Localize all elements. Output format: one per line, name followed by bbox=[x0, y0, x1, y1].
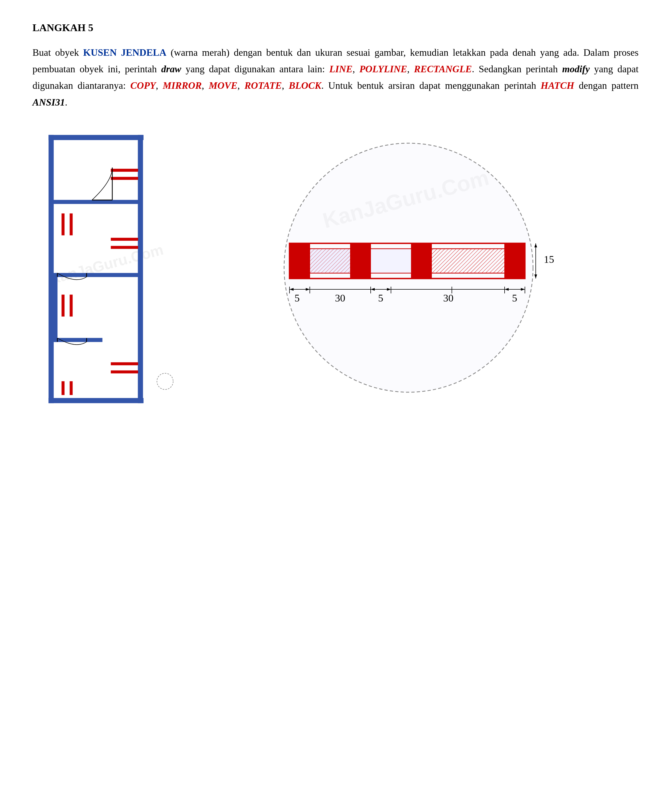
svg-text:5: 5 bbox=[512, 292, 517, 304]
svg-rect-2 bbox=[49, 135, 54, 403]
mirror-text: MIRROR bbox=[163, 80, 202, 91]
svg-rect-12 bbox=[62, 213, 65, 235]
svg-rect-13 bbox=[70, 213, 73, 235]
svg-rect-37 bbox=[411, 243, 431, 278]
svg-rect-18 bbox=[111, 362, 138, 365]
page-heading: LANGKAH 5 bbox=[32, 22, 639, 34]
diagram-area: KanJaGuru.Com bbox=[32, 127, 639, 414]
detail-svg: KanJaGuru.Com bbox=[203, 127, 636, 414]
polyline-text: POLYLINE bbox=[359, 63, 407, 74]
svg-text:KanJaGuru.Com: KanJaGuru.Com bbox=[47, 241, 165, 287]
svg-rect-20 bbox=[62, 381, 65, 395]
svg-rect-3 bbox=[138, 135, 143, 403]
svg-rect-11 bbox=[111, 177, 138, 180]
text-part7: dengan pattern bbox=[574, 80, 639, 91]
modify-text: modify bbox=[562, 63, 590, 74]
svg-text:5: 5 bbox=[295, 292, 300, 304]
detail-container: KanJaGuru.Com bbox=[200, 127, 639, 414]
floor-plan-svg: KanJaGuru.Com bbox=[32, 127, 200, 414]
comma6: , bbox=[282, 80, 289, 91]
comma3: , bbox=[156, 80, 163, 91]
floor-plan-container: KanJaGuru.Com bbox=[32, 127, 200, 414]
svg-rect-7 bbox=[54, 273, 138, 277]
comma4: , bbox=[202, 80, 209, 91]
svg-marker-63 bbox=[534, 243, 537, 247]
svg-marker-64 bbox=[534, 275, 537, 278]
text-part1: Buat obyek bbox=[32, 47, 83, 58]
hatch-text: HATCH bbox=[541, 80, 574, 91]
kusen-jendela-text: KUSEN JENDELA bbox=[83, 47, 166, 58]
move-text: MOVE bbox=[209, 80, 237, 91]
svg-rect-14 bbox=[111, 238, 138, 241]
svg-rect-6 bbox=[54, 200, 138, 204]
svg-rect-35 bbox=[290, 243, 310, 278]
svg-rect-5 bbox=[49, 398, 143, 403]
svg-text:30: 30 bbox=[443, 292, 453, 304]
svg-rect-19 bbox=[111, 370, 138, 373]
svg-text:15: 15 bbox=[544, 254, 554, 265]
svg-rect-4 bbox=[49, 135, 143, 140]
comma1: , bbox=[353, 63, 359, 74]
svg-rect-21 bbox=[70, 381, 73, 395]
description-paragraph: Buat obyek KUSEN JENDELA (warna merah) d… bbox=[32, 44, 639, 111]
svg-rect-9 bbox=[54, 277, 57, 342]
svg-rect-42 bbox=[371, 249, 411, 273]
block-text: BLOCK bbox=[289, 80, 321, 91]
ansi31-text: ANSI31 bbox=[32, 97, 65, 108]
period: . bbox=[65, 97, 67, 108]
draw-text: draw bbox=[161, 63, 181, 74]
text-part6: . Untuk bentuk arsiran dapat menggunakan… bbox=[321, 80, 541, 91]
svg-rect-16 bbox=[62, 295, 65, 316]
svg-text:5: 5 bbox=[378, 292, 383, 304]
rotate-text: ROTATE bbox=[244, 80, 282, 91]
copy-text: COPY bbox=[130, 80, 156, 91]
comma2: , bbox=[407, 63, 414, 74]
text-part3: yang dapat digunakan antara lain: bbox=[181, 63, 329, 74]
svg-rect-15 bbox=[111, 246, 138, 249]
text-part4: . Sedangkan perintah bbox=[472, 63, 562, 74]
comma5: , bbox=[238, 80, 245, 91]
svg-point-28 bbox=[157, 373, 173, 389]
rectangle-text: RECTANGLE bbox=[414, 63, 472, 74]
svg-text:30: 30 bbox=[335, 292, 345, 304]
svg-rect-41 bbox=[310, 249, 350, 273]
svg-rect-36 bbox=[350, 243, 371, 278]
svg-rect-38 bbox=[505, 243, 525, 278]
svg-rect-40 bbox=[431, 249, 505, 273]
line-text: LINE bbox=[329, 63, 353, 74]
svg-rect-10 bbox=[111, 169, 138, 172]
svg-rect-17 bbox=[70, 295, 73, 316]
